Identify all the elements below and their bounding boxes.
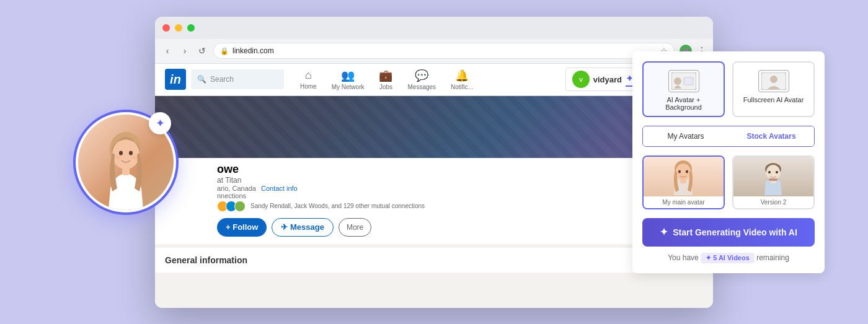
nav-messages[interactable]: 💬 Messages xyxy=(401,69,442,90)
ai-avatar-background-label: AI Avatar + Background xyxy=(649,96,719,111)
profile-location: ario, Canada Contact info xyxy=(217,185,703,192)
address-bar[interactable]: 🔒 linkedin.com ☆ xyxy=(213,43,675,59)
general-info-section: General information xyxy=(155,248,713,273)
traffic-light-minimize[interactable] xyxy=(175,24,182,32)
refresh-button[interactable]: ↺ xyxy=(196,45,208,57)
network-icon: 👥 xyxy=(341,69,355,82)
tab-my-avatars[interactable]: My Avatars xyxy=(643,126,728,146)
svg-point-18 xyxy=(678,170,681,173)
avatar-v2-label: Version 2 xyxy=(733,196,813,208)
profile-title: at Titan xyxy=(217,176,703,185)
vidyard-panel: AI Avatar + Background Fullscreen AI Ava… xyxy=(632,51,825,273)
avatar-main-label: My main avatar xyxy=(644,196,724,208)
sparkle-badge: ✦ xyxy=(149,112,171,134)
svg-point-13 xyxy=(770,76,777,83)
search-placeholder: Search xyxy=(210,75,234,84)
svg-rect-11 xyxy=(684,77,693,85)
location-text: ario, Canada xyxy=(217,185,256,192)
floating-profile-avatar: ✦ xyxy=(73,110,179,215)
vidyard-logo-text: vidyard xyxy=(593,75,622,84)
forward-button[interactable]: › xyxy=(179,45,191,57)
svg-point-5 xyxy=(115,155,121,159)
ai-videos-remaining: You have ✦ 5 AI Videos remaining xyxy=(642,253,815,263)
nav-jobs[interactable]: 💼 Jobs xyxy=(373,69,399,90)
tab-stock-avatars[interactable]: Stock Avatars xyxy=(728,126,814,146)
svg-point-6 xyxy=(131,155,137,159)
my-avatars-label: My Avatars xyxy=(667,132,704,141)
traffic-light-close[interactable] xyxy=(162,24,170,32)
remaining-after-text: remaining xyxy=(756,253,789,262)
back-button[interactable]: ‹ xyxy=(161,45,174,57)
svg-text:V: V xyxy=(579,77,583,83)
browser-titlebar xyxy=(155,17,713,39)
profile-action-buttons: + Follow ✈ Message More xyxy=(217,218,703,237)
avatar-tabs: My Avatars Stock Avatars xyxy=(642,126,815,147)
nav-notifications[interactable]: 🔔 Notific... xyxy=(445,69,479,90)
stock-avatars-label: Stock Avatars xyxy=(746,132,795,141)
svg-point-25 xyxy=(776,171,778,173)
fullscreen-ai-avatar-label: Fullscreen AI Avatar xyxy=(743,96,804,103)
home-icon: ⌂ xyxy=(305,69,312,82)
profile-info-section: owe at Titan ario, Canada Contact info n… xyxy=(155,158,713,244)
ai-avatar-background-icon xyxy=(668,70,699,92)
linkedin-logo: in xyxy=(165,69,186,90)
generate-video-button[interactable]: ✦ Start Generating Video with AI xyxy=(642,218,815,247)
svg-point-4 xyxy=(129,151,133,155)
fullscreen-ai-avatar-icon xyxy=(758,70,789,92)
generate-sparkle-icon: ✦ xyxy=(660,226,668,238)
notifications-icon: 🔔 xyxy=(455,69,469,82)
search-icon: 🔍 xyxy=(197,75,206,84)
traffic-light-maximize[interactable] xyxy=(187,24,195,32)
linkedin-main: in 🔍 Search ⌂ Home 👥 My Network 💼 xyxy=(155,64,713,308)
url-text: linkedin.com xyxy=(232,46,274,55)
avatar-preview-v2-image xyxy=(733,157,813,196)
more-button[interactable]: More xyxy=(339,218,371,237)
svg-rect-17 xyxy=(680,178,686,183)
svg-rect-2 xyxy=(122,167,130,175)
avatar-preview-main[interactable]: My main avatar xyxy=(642,155,725,209)
linkedin-profile-header: owe at Titan ario, Canada Contact info n… xyxy=(155,96,713,244)
avatar-type-card-fullscreen[interactable]: Fullscreen AI Avatar xyxy=(732,61,815,117)
svg-point-19 xyxy=(686,170,688,173)
svg-rect-26 xyxy=(769,178,777,181)
nav-home-label: Home xyxy=(300,83,317,90)
general-info-label: General information xyxy=(165,255,247,265)
message-button[interactable]: ✈ Message xyxy=(272,218,334,237)
nav-network-label: My Network xyxy=(332,84,365,90)
avatar-previews: My main avatar Version 2 xyxy=(642,155,815,209)
linkedin-nav-items: ⌂ Home 👥 My Network 💼 Jobs 💬 Messages xyxy=(294,69,479,90)
svg-point-1 xyxy=(112,139,140,169)
nav-network[interactable]: 👥 My Network xyxy=(326,69,371,90)
remaining-before-text: You have xyxy=(668,253,699,262)
nav-notifications-label: Notific... xyxy=(451,84,473,90)
contact-info-link[interactable]: Contact info xyxy=(261,185,298,192)
mutual-avatar-3 xyxy=(234,201,246,212)
linkedin-navbar: in 🔍 Search ⌂ Home 👥 My Network 💼 xyxy=(155,64,713,96)
connections-text: nnections xyxy=(217,192,703,199)
follow-button[interactable]: + Follow xyxy=(217,218,267,237)
svg-point-3 xyxy=(119,151,123,155)
avatar-type-card-ai-background[interactable]: AI Avatar + Background xyxy=(642,61,725,117)
linkedin-page-content: in 🔍 Search ⌂ Home 👥 My Network 💼 xyxy=(155,64,713,308)
svg-point-24 xyxy=(768,171,771,173)
browser-toolbar: ‹ › ↺ 🔒 linkedin.com ☆ 👾 ⋮ xyxy=(155,39,713,64)
linkedin-search[interactable]: 🔍 Search xyxy=(191,69,284,89)
nav-jobs-label: Jobs xyxy=(379,84,392,90)
mutual-text: Sandy Rendall, Jack Woods, and 129 other… xyxy=(250,203,425,209)
avatar-preview-v2[interactable]: Version 2 xyxy=(732,155,815,209)
vidyard-logo-icon: V xyxy=(572,71,590,88)
profile-name: owe xyxy=(217,163,703,176)
avatar-preview-main-image xyxy=(644,157,724,196)
mutual-avatars xyxy=(217,201,246,212)
browser-window: ‹ › ↺ 🔒 linkedin.com ☆ 👾 ⋮ in 🔍 Search xyxy=(155,17,713,308)
nav-messages-label: Messages xyxy=(407,84,436,90)
jobs-icon: 💼 xyxy=(379,69,392,82)
generate-btn-label: Start Generating Video with AI xyxy=(673,227,797,237)
nav-home[interactable]: ⌂ Home xyxy=(294,69,323,90)
mutual-connections: Sandy Rendall, Jack Woods, and 129 other… xyxy=(217,201,703,212)
lock-icon: 🔒 xyxy=(220,47,229,55)
profile-cover-image xyxy=(155,96,713,158)
avatar-type-cards: AI Avatar + Background Fullscreen AI Ava… xyxy=(642,61,815,117)
svg-point-10 xyxy=(674,77,681,85)
ai-videos-badge: ✦ 5 AI Videos xyxy=(701,253,755,263)
